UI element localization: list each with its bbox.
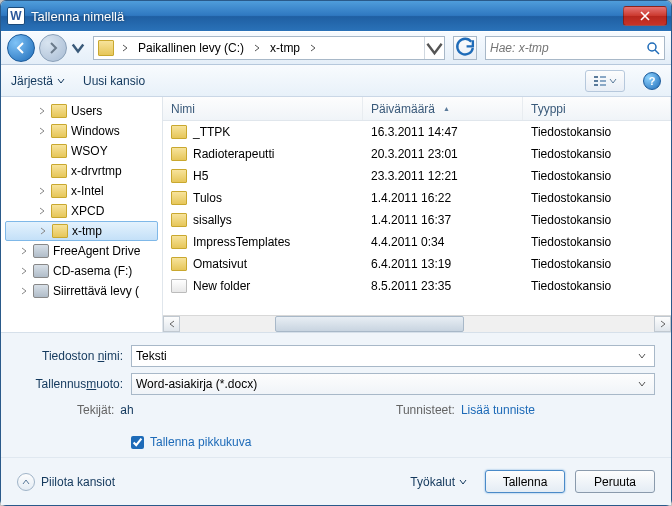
app-icon: W [7, 7, 25, 25]
tree-item[interactable]: XPCD [1, 201, 162, 221]
expand-icon[interactable] [37, 146, 47, 156]
scroll-left-button[interactable] [163, 316, 180, 332]
expand-icon[interactable] [38, 226, 48, 236]
crumb-sep[interactable] [250, 37, 264, 59]
tree-item-label: Windows [71, 124, 120, 138]
help-button[interactable]: ? [643, 72, 661, 90]
folder-icon [171, 125, 187, 139]
forward-button[interactable] [39, 34, 67, 62]
expand-icon[interactable] [37, 206, 47, 216]
back-button[interactable] [7, 34, 35, 62]
tree-item[interactable]: CD-asema (F:) [1, 261, 162, 281]
file-date: 4.4.2011 0:34 [363, 235, 523, 249]
save-button[interactable]: Tallenna [485, 470, 565, 493]
file-row[interactable]: New folder8.5.2011 23:35Tiedostokansio [163, 275, 671, 297]
crumb-drive[interactable]: Paikallinen levy (C:) [132, 37, 250, 59]
new-folder-button[interactable]: Uusi kansio [83, 74, 145, 88]
expand-icon[interactable] [37, 186, 47, 196]
file-row[interactable]: sisallys1.4.2011 16:37Tiedostokansio [163, 209, 671, 231]
expand-icon[interactable] [37, 106, 47, 116]
folder-icon [171, 257, 187, 271]
refresh-button[interactable] [453, 36, 477, 60]
svg-rect-1 [594, 76, 598, 78]
folder-icon [171, 235, 187, 249]
hide-folders-button[interactable]: Piilota kansiot [17, 473, 115, 491]
expand-icon[interactable] [19, 246, 29, 256]
tree-item[interactable]: x-tmp [5, 221, 158, 241]
folder-tree[interactable]: UsersWindowsWSOYx-drvrtmpx-IntelXPCDx-tm… [1, 97, 163, 332]
file-type: Tiedostokansio [523, 279, 671, 293]
savetype-combo[interactable]: Word-asiakirja (*.docx) [131, 373, 655, 395]
savetype-value: Word-asiakirja (*.docx) [136, 377, 634, 391]
tree-item[interactable]: WSOY [1, 141, 162, 161]
breadcrumb[interactable]: Paikallinen levy (C:) x-tmp [93, 36, 445, 60]
expand-icon[interactable] [19, 286, 29, 296]
view-options-button[interactable] [585, 70, 625, 92]
file-row[interactable]: Tulos1.4.2011 16:22Tiedostokansio [163, 187, 671, 209]
folder-icon [52, 224, 68, 238]
scroll-thumb[interactable] [275, 316, 465, 332]
window-title: Tallenna nimellä [31, 9, 623, 24]
search-icon[interactable] [646, 41, 660, 55]
expand-icon[interactable] [37, 166, 47, 176]
cancel-button[interactable]: Peruuta [575, 470, 655, 493]
crumb-folder[interactable]: x-tmp [264, 37, 306, 59]
folder-icon [51, 104, 67, 118]
tree-item[interactable]: Windows [1, 121, 162, 141]
authors-value[interactable]: ah [120, 403, 133, 417]
file-row[interactable]: Radioterapeutti20.3.2011 23:01Tiedostoka… [163, 143, 671, 165]
savetype-dropdown[interactable] [634, 375, 650, 393]
file-date: 1.4.2011 16:37 [363, 213, 523, 227]
col-type[interactable]: Tyyppi [523, 97, 671, 120]
search-box[interactable] [485, 36, 665, 60]
breadcrumb-dropdown[interactable] [424, 37, 444, 59]
col-name[interactable]: Nimi [163, 97, 363, 120]
folder-icon [171, 213, 187, 227]
filename-dropdown[interactable] [634, 347, 650, 365]
folder-icon [51, 144, 67, 158]
file-row[interactable]: H523.3.2011 12:21Tiedostokansio [163, 165, 671, 187]
save-thumbnail-label[interactable]: Tallenna pikkukuva [150, 435, 251, 449]
tree-item-label: x-Intel [71, 184, 104, 198]
file-row[interactable]: _TTPK16.3.2011 14:47Tiedostokansio [163, 121, 671, 143]
chevron-down-icon [459, 478, 467, 486]
chevron-down-icon [638, 380, 646, 388]
tree-item[interactable]: Users [1, 101, 162, 121]
file-type: Tiedostokansio [523, 169, 671, 183]
filename-input[interactable] [136, 349, 634, 363]
close-button[interactable] [623, 6, 667, 26]
svg-rect-4 [600, 76, 606, 78]
drive-icon [33, 244, 49, 258]
scroll-right-button[interactable] [654, 316, 671, 332]
tree-item[interactable]: Siirrettävä levy ( [1, 281, 162, 301]
arrow-left-icon [14, 41, 28, 55]
file-row[interactable]: ImpressTemplates4.4.2011 0:34Tiedostokan… [163, 231, 671, 253]
tree-item-label: XPCD [71, 204, 104, 218]
column-headers[interactable]: Nimi Päivämäärä Tyyppi [163, 97, 671, 121]
tools-button[interactable]: Työkalut [402, 471, 475, 493]
crumb-sep[interactable] [306, 37, 320, 59]
toolbar: Järjestä Uusi kansio ? [1, 65, 671, 97]
file-name: New folder [193, 279, 250, 293]
organize-button[interactable]: Järjestä [11, 74, 65, 88]
folder-icon [51, 204, 67, 218]
crumb-sep[interactable] [118, 37, 132, 59]
save-thumbnail-checkbox[interactable] [131, 436, 144, 449]
file-date: 8.5.2011 23:35 [363, 279, 523, 293]
tree-item[interactable]: x-drvrtmp [1, 161, 162, 181]
file-row[interactable]: Omatsivut6.4.2011 13:19Tiedostokansio [163, 253, 671, 275]
file-date: 16.3.2011 14:47 [363, 125, 523, 139]
file-list[interactable]: _TTPK16.3.2011 14:47TiedostokansioRadiot… [163, 121, 671, 315]
expand-icon[interactable] [37, 126, 47, 136]
tags-value[interactable]: Lisää tunniste [461, 403, 535, 417]
col-date[interactable]: Päivämäärä [363, 97, 523, 120]
chevron-up-icon [22, 478, 30, 486]
tree-item[interactable]: x-Intel [1, 181, 162, 201]
tree-item[interactable]: FreeAgent Drive [1, 241, 162, 261]
expand-icon[interactable] [19, 266, 29, 276]
search-input[interactable] [490, 41, 646, 55]
titlebar[interactable]: W Tallenna nimellä [1, 1, 671, 31]
nav-history-dropdown[interactable] [71, 38, 85, 58]
filename-combo[interactable] [131, 345, 655, 367]
horizontal-scrollbar[interactable] [163, 315, 671, 332]
